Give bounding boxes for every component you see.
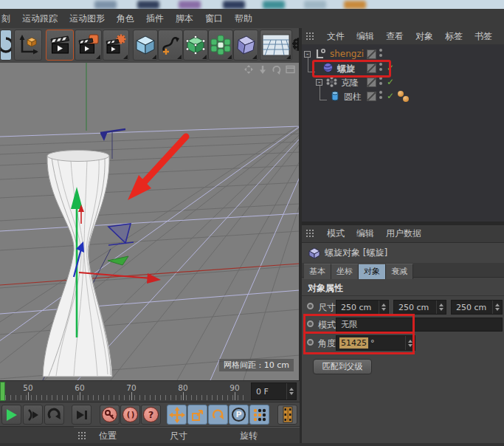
menu-item-plugins[interactable]: 插件 [146,13,164,25]
object-label-cloner[interactable]: 克隆 [341,77,359,89]
object-manager[interactable]: - shengzi 螺旋 ✓ - 克隆 ✓ [302,44,504,222]
angle-spinner[interactable] [405,336,415,350]
size-z-value[interactable]: 250 cm [452,303,492,312]
timeline-mode-button[interactable] [277,405,297,425]
major-tick [131,392,132,400]
tab-object[interactable]: 对象 [359,264,386,279]
size-y-field[interactable]: 250 cm [393,300,446,315]
angle-key-radio[interactable] [307,339,314,346]
panel-grip[interactable] [305,32,315,41]
size-key-radio[interactable] [307,303,314,309]
maximize-view-icon[interactable] [285,64,297,75]
enable-dots[interactable] [379,77,382,86]
tab-basic[interactable]: 基本 [304,264,331,279]
section-title-object-properties[interactable]: 对象属性 [308,282,343,295]
mograph-cloner-button[interactable] [208,30,233,61]
attr-menu-mode[interactable]: 模式 [327,227,345,240]
menu-item-mograph[interactable]: 运动图形 [69,13,105,25]
expander-cloner[interactable]: - [316,79,322,86]
frame-spinner[interactable] [286,383,296,399]
om-menu-edit[interactable]: 编辑 [356,30,374,43]
om-menu-file[interactable]: 文件 [327,30,345,43]
spline-pen-button[interactable] [158,30,183,61]
undo-button[interactable] [0,30,12,61]
om-menu-bookmark[interactable]: 书签 [474,30,492,43]
render-to-picture-viewer-button[interactable] [75,30,102,61]
menu-item-help[interactable]: 帮助 [235,13,252,25]
timeline-ruler[interactable]: 50 60 70 80 90 0 F [0,380,300,402]
attr-menu-edit[interactable]: 编辑 [356,227,374,240]
deformer-button[interactable] [233,30,258,61]
enable-dots[interactable] [379,63,382,72]
record-parameter-toggle[interactable]: P [229,405,249,425]
om-menu-tag[interactable]: 标签 [445,30,463,43]
menu-item-motion-tracking[interactable]: 运动跟踪 [22,13,58,25]
viewport[interactable]: 网格间距 : 10 cm [0,63,300,380]
om-menu-view[interactable]: 查看 [386,30,404,43]
subdivision-surface-button[interactable] [183,30,208,61]
record-scale-toggle[interactable] [187,405,207,425]
mograph-tag-icon[interactable] [398,91,404,97]
floor-environment-button[interactable] [260,30,292,61]
menu-item-script[interactable]: 脚本 [176,13,193,25]
timeline-playhead[interactable] [0,382,5,401]
enabled-checkmark[interactable]: ✓ [387,92,394,100]
visibility-toggle[interactable] [367,92,376,101]
visibility-toggle[interactable] [367,78,376,87]
enable-dots[interactable] [379,91,382,100]
current-frame-field[interactable]: 0 F [251,382,297,400]
size-z-spinner[interactable] [492,301,502,314]
coordinate-system-button[interactable] [14,30,42,61]
pan-view-icon[interactable] [243,64,255,75]
current-frame-value[interactable]: 0 F [252,387,286,397]
size-z-field[interactable]: 250 cm [451,300,503,315]
record-rotation-toggle[interactable] [208,405,228,425]
visibility-toggle[interactable] [367,49,376,59]
object-label-twist[interactable]: 螺旋 [337,63,355,75]
expander-shengzi[interactable]: - [304,51,311,58]
autokey-button[interactable]: ( ) [120,405,140,425]
panel-grip[interactable] [77,431,87,441]
size-y-spinner[interactable] [436,301,446,314]
om-menu-object[interactable]: 对象 [415,30,433,43]
angle-value-selected[interactable]: 51425 [339,337,368,349]
play-next-frame-button[interactable] [23,405,43,425]
object-label-shengzi[interactable]: shengzi [330,49,364,59]
enable-dots[interactable] [379,49,382,58]
mode-value[interactable]: 无限 [336,319,502,330]
menu-item-sculpt[interactable]: 刻 [1,13,10,25]
add-primitive-button[interactable] [133,30,158,61]
zoom-view-icon[interactable] [257,64,269,75]
object-label-cylinder[interactable]: 圆柱 [344,91,362,103]
size-x-field[interactable]: 250 cm [336,300,389,315]
keyframe-selection-button[interactable]: ? [141,405,161,425]
mograph-tag-icon[interactable] [403,96,409,102]
render-view-button[interactable] [46,30,74,61]
size-x-value[interactable]: 250 cm [336,303,379,312]
visibility-toggle[interactable] [367,64,376,73]
render-settings-button[interactable] [103,30,129,61]
size-y-value[interactable]: 250 cm [394,303,436,312]
size-x-spinner[interactable] [379,301,388,314]
goto-end-button[interactable] [72,405,92,425]
loop-button[interactable] [44,405,64,425]
panel-grip[interactable] [305,229,315,239]
attr-menu-userdata[interactable]: 用户数据 [386,227,421,240]
match-to-parent-button[interactable]: 匹配到父级 [313,359,372,374]
enabled-checkmark[interactable]: ✓ [387,64,394,72]
tab-falloff[interactable]: 衰减 [386,264,413,279]
play-button[interactable] [1,405,21,425]
angle-field[interactable]: 51425 ° [336,335,415,351]
angle-label: 角度 [318,337,336,350]
menu-item-character[interactable]: 角色 [117,13,134,25]
mode-key-radio[interactable] [307,320,314,327]
record-pla-toggle[interactable] [249,405,269,425]
enabled-checkmark[interactable]: ✓ [387,78,394,86]
record-keyframe-button[interactable] [100,405,120,425]
mode-dropdown[interactable]: 无限 [336,318,503,332]
record-position-toggle[interactable] [167,405,187,425]
tab-coordinates[interactable]: 坐标 [331,264,359,279]
rotate-view-icon[interactable] [271,64,283,75]
menu-item-window[interactable]: 窗口 [205,13,223,25]
cloner-icon [210,35,231,55]
